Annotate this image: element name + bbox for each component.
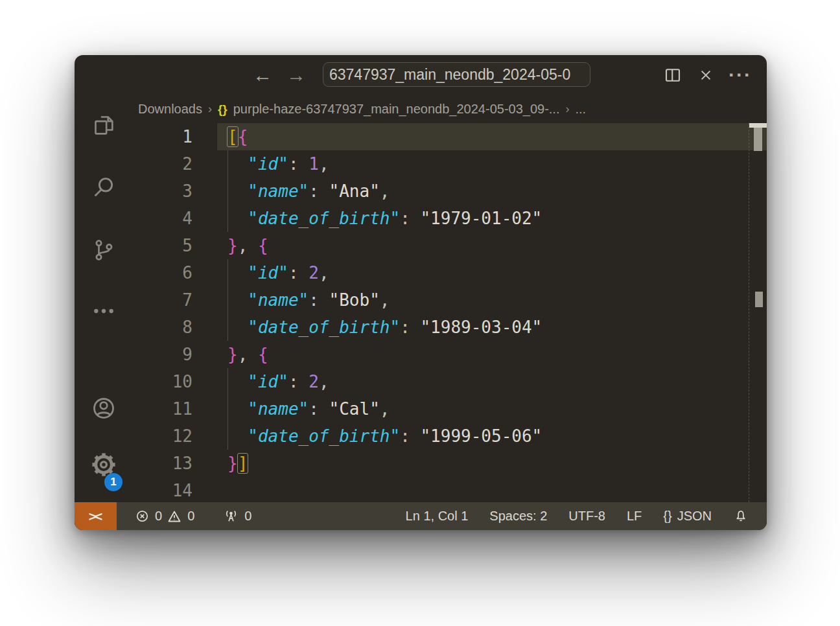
line-number[interactable]: 3 — [139, 178, 192, 205]
editor-pane[interactable]: 1[{2 "id": 1,3 "name": "Ana",4 "date_of_… — [139, 123, 767, 502]
problems-warnings[interactable]: 0 — [167, 509, 194, 524]
minimap-border — [749, 123, 749, 502]
problems-errors[interactable]: 0 — [135, 509, 162, 524]
line-number[interactable]: 8 — [139, 314, 192, 341]
line-number[interactable]: 1 — [139, 123, 192, 150]
code-line[interactable]: 11 "name": "Cal", — [139, 395, 767, 423]
encoding-setting[interactable]: UTF-8 — [568, 509, 605, 524]
line-number[interactable]: 5 — [139, 232, 192, 259]
code-text[interactable]: "name": "Bob", — [192, 286, 390, 314]
code-text[interactable]: }, { — [192, 232, 268, 259]
settings-badge: 1 — [104, 473, 122, 491]
code-line[interactable]: 12 "date_of_birth": "1999-05-06" — [139, 423, 767, 450]
ports-forwarded[interactable]: 0 — [223, 508, 251, 524]
warning-count: 0 — [187, 509, 194, 524]
code-line[interactable]: 9}, { — [139, 341, 767, 368]
minimap-highlight — [749, 123, 767, 128]
code-text[interactable]: [{ — [192, 123, 248, 150]
minimap-slider[interactable] — [754, 128, 762, 151]
code-text[interactable]: }] — [192, 450, 248, 477]
search-icon[interactable] — [88, 172, 119, 203]
line-number[interactable]: 10 — [139, 368, 192, 395]
explorer-icon[interactable] — [88, 110, 119, 141]
code-line[interactable]: 3 "name": "Ana", — [139, 178, 767, 205]
line-number[interactable]: 14 — [139, 477, 192, 502]
code-line[interactable]: 7 "name": "Bob", — [139, 286, 767, 314]
code-lines: 1[{2 "id": 1,3 "name": "Ana",4 "date_of_… — [139, 123, 767, 502]
code-text[interactable]: "date_of_birth": "1979-01-02" — [192, 205, 542, 232]
code-text[interactable]: "name": "Ana", — [192, 178, 390, 205]
code-text[interactable]: "id": 2, — [192, 259, 329, 286]
chevron-right-icon: › — [565, 102, 569, 116]
code-line[interactable]: 14 — [139, 477, 767, 502]
error-count: 0 — [155, 509, 162, 524]
settings-gear-icon[interactable]: 1 — [88, 449, 119, 480]
line-number[interactable]: 12 — [139, 423, 192, 450]
line-number[interactable]: 9 — [139, 341, 192, 368]
code-line[interactable]: 1[{ — [139, 123, 767, 150]
code-line[interactable]: 13}] — [139, 450, 767, 477]
code-line[interactable]: 4 "date_of_birth": "1979-01-02" — [139, 205, 767, 232]
maximize-window-button[interactable] — [139, 64, 156, 80]
line-number[interactable]: 4 — [139, 205, 192, 232]
activity-bar: 1 — [75, 95, 139, 502]
chevron-right-icon: › — [208, 102, 212, 116]
command-center-title[interactable]: 63747937_main_neondb_2024-05-0 — [323, 62, 590, 87]
code-text[interactable] — [192, 477, 228, 502]
json-file-icon: {} — [218, 102, 228, 117]
close-editor-icon[interactable] — [694, 64, 718, 87]
minimize-window-button[interactable] — [112, 64, 128, 80]
title-bar: ← → 63747937_main_neondb_2024-05-0 ··· — [75, 55, 767, 95]
more-actions-icon[interactable]: ··· — [729, 64, 752, 87]
forward-arrow-icon[interactable]: → — [283, 55, 309, 95]
code-text[interactable]: "name": "Cal", — [192, 395, 390, 423]
breadcrumb: Downloads › {} purple-haze-63747937_main… — [138, 95, 760, 123]
remote-indicator-icon[interactable]: >< — [75, 502, 117, 530]
language-mode[interactable]: {} JSON — [663, 509, 712, 524]
code-line[interactable]: 8 "date_of_birth": "1989-03-04" — [139, 314, 767, 341]
ports-count: 0 — [244, 509, 251, 524]
code-line[interactable]: 5}, { — [139, 232, 767, 259]
split-editor-icon[interactable] — [661, 64, 684, 87]
source-control-icon[interactable] — [88, 235, 119, 266]
code-line[interactable]: 10 "id": 2, — [139, 368, 767, 395]
code-text[interactable]: "date_of_birth": "1989-03-04" — [192, 314, 542, 341]
accounts-icon[interactable] — [88, 393, 119, 424]
notifications-bell-icon[interactable] — [733, 509, 749, 524]
scrollbar-decoration[interactable] — [755, 292, 763, 307]
breadcrumb-folder[interactable]: Downloads — [138, 102, 202, 117]
code-line[interactable]: 2 "id": 1, — [139, 150, 767, 178]
close-window-button[interactable] — [85, 64, 101, 80]
breadcrumb-file[interactable]: purple-haze-63747937_main_neondb_2024-05… — [233, 102, 560, 117]
vscode-window: ← → 63747937_main_neondb_2024-05-0 ··· D… — [75, 55, 767, 530]
line-number[interactable]: 6 — [139, 259, 192, 286]
eol-setting[interactable]: LF — [627, 509, 642, 524]
code-text[interactable]: "id": 2, — [192, 368, 329, 395]
line-number[interactable]: 2 — [139, 150, 192, 178]
indentation-setting[interactable]: Spaces: 2 — [489, 509, 547, 524]
code-text[interactable]: "id": 1, — [192, 150, 329, 178]
code-text[interactable]: "date_of_birth": "1999-05-06" — [192, 423, 542, 450]
back-arrow-icon[interactable]: ← — [250, 55, 275, 95]
status-bar: >< 0 0 0 — [75, 502, 767, 530]
line-number[interactable]: 13 — [139, 450, 192, 477]
line-number[interactable]: 7 — [139, 286, 192, 314]
braces-icon: {} — [663, 509, 671, 524]
cursor-position[interactable]: Ln 1, Col 1 — [406, 509, 469, 524]
code-text[interactable]: }, { — [192, 341, 268, 368]
language-label: JSON — [677, 509, 712, 524]
more-views-icon[interactable] — [88, 296, 119, 327]
line-number[interactable]: 11 — [139, 395, 192, 423]
code-line[interactable]: 6 "id": 2, — [139, 259, 767, 286]
breadcrumb-overflow[interactable]: ... — [575, 102, 586, 117]
